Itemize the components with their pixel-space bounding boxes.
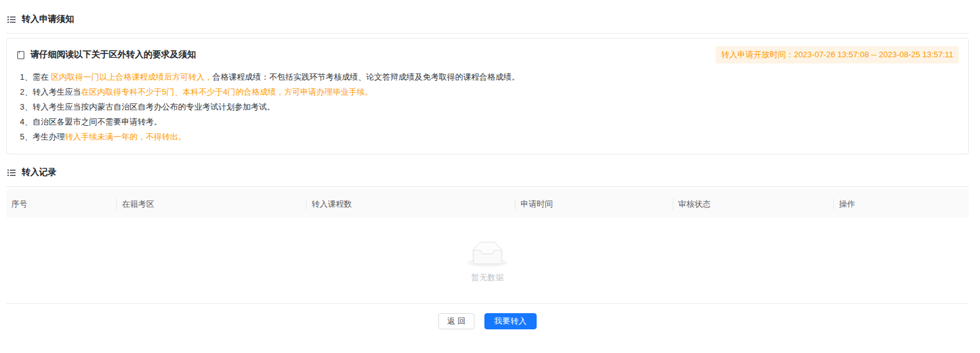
empty-text: 暂无数据 bbox=[471, 272, 504, 283]
notice-box-header: 请仔细阅读以下关于区外转入的要求及须知 转入申请开放时间：2023-07-26 … bbox=[16, 46, 959, 64]
document-icon bbox=[16, 50, 25, 60]
records-section: 转入记录 序号在籍考区转入课程数申请时间审核状态操作 暂无数据 bbox=[6, 167, 969, 301]
notice-text: 3、转入考生应当按内蒙古自治区自考办公布的专业考试计划参加考试。 bbox=[20, 102, 275, 111]
page: 转入申请须知 请仔细阅读以下关于区外转入的要求及须知 转入申请开放时间：2023… bbox=[0, 0, 980, 329]
list-icon bbox=[7, 15, 16, 24]
column-header-5: 审核状态 bbox=[673, 199, 834, 210]
column-header-3: 转入课程数 bbox=[307, 199, 515, 210]
column-header-6: 操作 bbox=[834, 199, 969, 210]
footer-actions: 返 回 我要转入 bbox=[6, 313, 969, 329]
notice-text: 2、转入考生应当 bbox=[20, 87, 81, 96]
transfer-in-button[interactable]: 我要转入 bbox=[484, 313, 537, 329]
notice-item: 5、考生办理转入手续未满一年的，不得转出。 bbox=[16, 129, 959, 144]
notice-text: 5、考生办理 bbox=[20, 132, 65, 141]
notice-item: 2、转入考生应当在区内取得专科不少于5门、本科不少于4门的合格成绩，方可申请办理… bbox=[16, 85, 959, 100]
notice-box: 请仔细阅读以下关于区外转入的要求及须知 转入申请开放时间：2023-07-26 … bbox=[6, 38, 969, 154]
notice-box-title: 请仔细阅读以下关于区外转入的要求及须知 bbox=[16, 49, 196, 60]
notice-list: 1、需在 区内取得一门以上合格课程成绩后方可转入，合格课程成绩：不包括实践环节考… bbox=[16, 70, 959, 144]
notice-section-title: 转入申请须知 bbox=[6, 14, 969, 25]
open-time-badge: 转入申请开放时间：2023-07-26 13:57:08 -- 2023-08-… bbox=[716, 46, 959, 64]
table-empty-state: 暂无数据 bbox=[6, 218, 969, 301]
column-header-1: 序号 bbox=[6, 199, 117, 210]
notice-highlight-text: 区内取得一门以上合格课程成绩后方可转入， bbox=[51, 72, 213, 82]
notice-box-title-text: 请仔细阅读以下关于区外转入的要求及须知 bbox=[30, 49, 196, 60]
table-header-row: 序号在籍考区转入课程数申请时间审核状态操作 bbox=[6, 190, 969, 218]
column-header-4: 申请时间 bbox=[515, 199, 673, 210]
empty-box-icon bbox=[468, 242, 507, 267]
notice-item: 4、自治区各盟市之间不需要申请转考。 bbox=[16, 115, 959, 129]
records-section-title-text: 转入记录 bbox=[22, 167, 57, 178]
section-divider bbox=[6, 33, 969, 34]
list-icon bbox=[7, 168, 16, 177]
notice-text: 合格课程成绩：不包括实践环节考核成绩、论文答辩成绩及免考取得的课程合格成绩。 bbox=[213, 72, 520, 82]
column-header-2: 在籍考区 bbox=[117, 199, 307, 210]
notice-text: 1、需在 bbox=[20, 72, 51, 82]
records-section-title: 转入记录 bbox=[6, 167, 969, 178]
notice-section-title-text: 转入申请须知 bbox=[22, 14, 74, 25]
notice-item: 3、转入考生应当按内蒙古自治区自考办公布的专业考试计划参加考试。 bbox=[16, 100, 959, 115]
footer-divider bbox=[6, 303, 969, 304]
back-button[interactable]: 返 回 bbox=[438, 313, 474, 329]
notice-item: 1、需在 区内取得一门以上合格课程成绩后方可转入，合格课程成绩：不包括实践环节考… bbox=[16, 70, 959, 85]
notice-highlight-text: 在区内取得专科不少于5门、本科不少于4门的合格成绩，方可申请办理毕业手续。 bbox=[81, 87, 372, 96]
notice-text: 4、自治区各盟市之间不需要申请转考。 bbox=[20, 117, 162, 126]
notice-highlight-text: 转入手续未满一年的，不得转出。 bbox=[65, 132, 186, 141]
section-divider bbox=[6, 186, 969, 187]
